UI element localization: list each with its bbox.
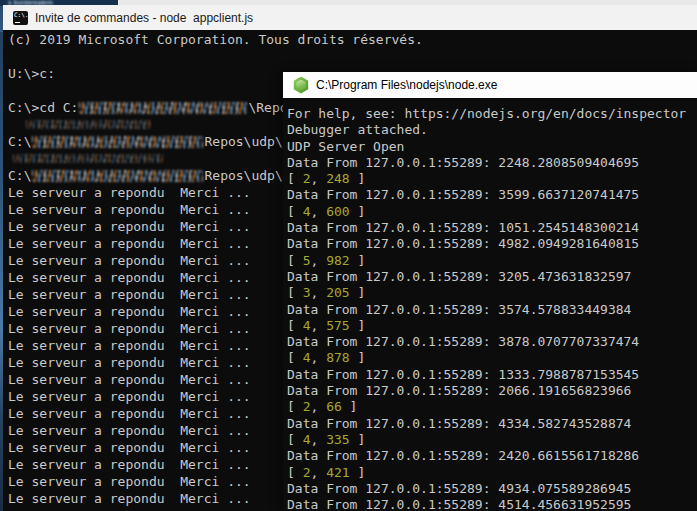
console-line: Data From 127.0.0.1:55289: 1333.79887871… (287, 367, 697, 383)
console-line: [ 4, 335 ] (287, 432, 697, 448)
console-line: Data From 127.0.0.1:55289: 2420.66155617… (287, 448, 697, 464)
console-line: Data From 127.0.0.1:55289: 4334.58274352… (287, 416, 697, 432)
console-line: [ 4, 878 ] (287, 350, 697, 366)
console-line: Data From 127.0.0.1:55289: 3878.07077073… (287, 334, 697, 350)
console-line: (c) 2019 Microsoft Corporation. Tous dro… (8, 31, 697, 48)
console-line: UDP Server Open (287, 139, 697, 155)
redacted-path (32, 136, 203, 148)
console-line: Data From 127.0.0.1:55289: 4934.07558928… (287, 481, 697, 497)
console-line: Data From 127.0.0.1:55289: 3599.66371207… (287, 187, 697, 203)
cmd-icon (13, 11, 28, 25)
console-line: Data From 127.0.0.1:55289: 3574.57883344… (287, 302, 697, 318)
console-line (8, 48, 697, 65)
console-line: Data From 127.0.0.1:55289: 1051.25451483… (287, 220, 697, 236)
screen: s borderealem Invite de commandes - node… (0, 0, 697, 511)
console-line: [ 4, 600 ] (287, 204, 697, 220)
console-line: [ 4, 575 ] (287, 318, 697, 334)
cmd-window-title: Invite de commandes - node appclient.js (35, 11, 253, 25)
redacted-path (79, 102, 247, 114)
node-window-title: C:\Program Files\nodejs\node.exe (316, 78, 497, 92)
redacted-path (32, 170, 203, 182)
node-window-titlebar[interactable]: C:\Program Files\nodejs\node.exe (283, 72, 697, 98)
console-line: [ 2, 66 ] (287, 399, 697, 415)
node-window: C:\Program Files\nodejs\node.exe For hel… (283, 72, 697, 511)
nodejs-icon (293, 77, 309, 94)
redacted-path-wrap (26, 120, 151, 129)
console-line: [ 2, 248 ] (287, 171, 697, 187)
node-console-output[interactable]: For help, see: https://nodejs.org/en/doc… (283, 98, 697, 511)
console-line: For help, see: https://nodejs.org/en/doc… (287, 106, 697, 122)
console-line: Debugger attached. (287, 122, 697, 138)
console-line: [ 2, 421 ] (287, 465, 697, 481)
console-line: Data From 127.0.0.1:55289: 2066.19165682… (287, 383, 697, 399)
console-line: Data From 127.0.0.1:55289: 4514.45663195… (287, 497, 697, 511)
console-line: [ 3, 205 ] (287, 285, 697, 301)
cmd-window-titlebar[interactable]: Invite de commandes - node appclient.js (3, 5, 697, 30)
redacted-path-wrap (13, 154, 163, 163)
console-line: Data From 127.0.0.1:55289: 3205.47363183… (287, 269, 697, 285)
console-line: Data From 127.0.0.1:55289: 2248.28085094… (287, 155, 697, 171)
console-line: [ 5, 982 ] (287, 253, 697, 269)
console-line: Data From 127.0.0.1:55289: 4982.09492816… (287, 236, 697, 252)
